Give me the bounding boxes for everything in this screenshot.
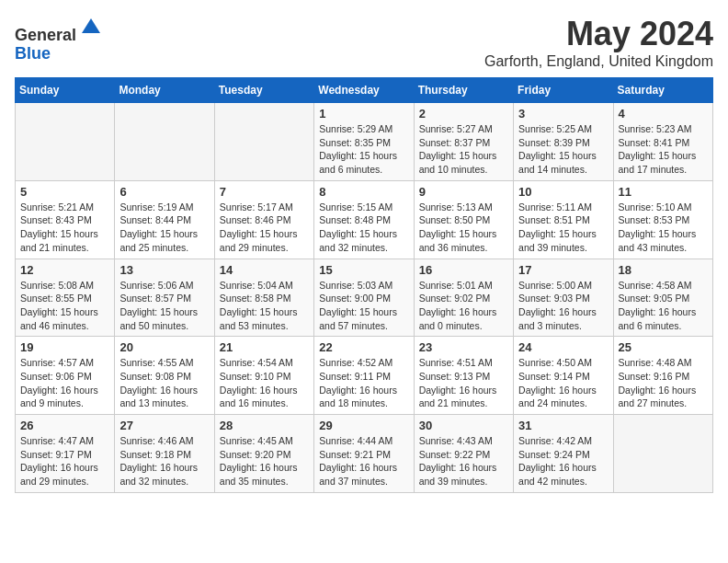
day-detail: Sunrise: 5:27 AM Sunset: 8:37 PM Dayligh… bbox=[419, 122, 508, 177]
day-number: 26 bbox=[20, 419, 109, 432]
day-number: 5 bbox=[20, 185, 109, 199]
day-number: 9 bbox=[419, 185, 508, 199]
day-detail: Sunrise: 4:42 AM Sunset: 9:24 PM Dayligh… bbox=[518, 434, 608, 488]
day-detail: Sunrise: 4:52 AM Sunset: 9:11 PM Dayligh… bbox=[319, 356, 408, 410]
day-number: 12 bbox=[20, 263, 109, 277]
calendar-cell: 5Sunrise: 5:21 AM Sunset: 8:43 PM Daylig… bbox=[16, 180, 115, 259]
title-block: May 2024 Garforth, England, United Kingd… bbox=[484, 15, 713, 70]
calendar-cell: 31Sunrise: 4:42 AM Sunset: 9:24 PM Dayli… bbox=[514, 415, 613, 493]
weekday-header: Thursday bbox=[414, 78, 513, 103]
calendar-cell: 23Sunrise: 4:51 AM Sunset: 9:13 PM Dayli… bbox=[414, 337, 513, 415]
weekday-header: Saturday bbox=[613, 78, 712, 103]
day-number: 2 bbox=[419, 107, 508, 121]
calendar-week: 12Sunrise: 5:08 AM Sunset: 8:55 PM Dayli… bbox=[16, 259, 713, 337]
day-number: 7 bbox=[220, 185, 309, 199]
page-header: General Blue May 2024 Garforth, England,… bbox=[15, 15, 713, 70]
calendar-cell: 26Sunrise: 4:47 AM Sunset: 9:17 PM Dayli… bbox=[16, 415, 115, 493]
weekday-header: Wednesday bbox=[314, 78, 414, 103]
day-number: 22 bbox=[319, 340, 408, 354]
day-detail: Sunrise: 5:21 AM Sunset: 8:43 PM Dayligh… bbox=[20, 201, 109, 255]
day-number: 28 bbox=[220, 419, 309, 432]
day-detail: Sunrise: 5:23 AM Sunset: 8:41 PM Dayligh… bbox=[619, 122, 708, 177]
logo-icon bbox=[78, 15, 104, 40]
svg-marker-0 bbox=[82, 18, 100, 33]
calendar-cell bbox=[214, 103, 313, 181]
calendar-week: 5Sunrise: 5:21 AM Sunset: 8:43 PM Daylig… bbox=[16, 180, 713, 259]
calendar-cell: 10Sunrise: 5:11 AM Sunset: 8:51 PM Dayli… bbox=[514, 180, 613, 259]
calendar-cell: 19Sunrise: 4:57 AM Sunset: 9:06 PM Dayli… bbox=[16, 337, 115, 415]
calendar-cell: 16Sunrise: 5:01 AM Sunset: 9:02 PM Dayli… bbox=[414, 259, 513, 337]
logo: General Blue bbox=[15, 15, 104, 63]
day-detail: Sunrise: 5:15 AM Sunset: 8:48 PM Dayligh… bbox=[319, 201, 408, 255]
calendar-table: SundayMondayTuesdayWednesdayThursdayFrid… bbox=[15, 77, 713, 493]
location: Garforth, England, United Kingdom bbox=[484, 53, 713, 70]
weekday-header: Monday bbox=[115, 78, 214, 103]
calendar-cell: 28Sunrise: 4:45 AM Sunset: 9:20 PM Dayli… bbox=[214, 415, 313, 493]
day-detail: Sunrise: 5:19 AM Sunset: 8:44 PM Dayligh… bbox=[119, 201, 209, 255]
calendar-week: 26Sunrise: 4:47 AM Sunset: 9:17 PM Dayli… bbox=[16, 415, 713, 493]
day-number: 4 bbox=[619, 107, 708, 121]
calendar-cell: 17Sunrise: 5:00 AM Sunset: 9:03 PM Dayli… bbox=[514, 259, 613, 337]
day-detail: Sunrise: 4:57 AM Sunset: 9:06 PM Dayligh… bbox=[20, 356, 109, 410]
day-number: 17 bbox=[518, 263, 608, 277]
calendar-cell: 30Sunrise: 4:43 AM Sunset: 9:22 PM Dayli… bbox=[414, 415, 513, 493]
weekday-header: Sunday bbox=[16, 78, 115, 103]
weekday-header: Friday bbox=[514, 78, 613, 103]
day-detail: Sunrise: 4:51 AM Sunset: 9:13 PM Dayligh… bbox=[419, 356, 508, 410]
day-detail: Sunrise: 5:04 AM Sunset: 8:58 PM Dayligh… bbox=[220, 279, 309, 333]
day-number: 1 bbox=[319, 107, 408, 121]
calendar-cell: 6Sunrise: 5:19 AM Sunset: 8:44 PM Daylig… bbox=[115, 180, 214, 259]
calendar-cell: 12Sunrise: 5:08 AM Sunset: 8:55 PM Dayli… bbox=[16, 259, 115, 337]
day-number: 19 bbox=[20, 340, 109, 354]
day-number: 25 bbox=[619, 340, 708, 354]
calendar-cell: 2Sunrise: 5:27 AM Sunset: 8:37 PM Daylig… bbox=[414, 103, 513, 181]
day-number: 11 bbox=[619, 185, 708, 199]
day-number: 30 bbox=[419, 419, 508, 432]
calendar-cell: 25Sunrise: 4:48 AM Sunset: 9:16 PM Dayli… bbox=[613, 337, 712, 415]
day-number: 13 bbox=[119, 263, 209, 277]
day-detail: Sunrise: 5:03 AM Sunset: 9:00 PM Dayligh… bbox=[319, 279, 408, 333]
day-detail: Sunrise: 4:58 AM Sunset: 9:05 PM Dayligh… bbox=[619, 279, 708, 333]
day-number: 29 bbox=[319, 419, 408, 432]
day-number: 24 bbox=[518, 340, 608, 354]
calendar-cell bbox=[613, 415, 712, 493]
day-number: 14 bbox=[220, 263, 309, 277]
calendar-cell: 29Sunrise: 4:44 AM Sunset: 9:21 PM Dayli… bbox=[314, 415, 414, 493]
calendar-cell: 13Sunrise: 5:06 AM Sunset: 8:57 PM Dayli… bbox=[115, 259, 214, 337]
day-detail: Sunrise: 4:54 AM Sunset: 9:10 PM Dayligh… bbox=[220, 356, 309, 410]
calendar-cell bbox=[115, 103, 214, 181]
day-detail: Sunrise: 4:48 AM Sunset: 9:16 PM Dayligh… bbox=[619, 356, 708, 410]
calendar-cell bbox=[16, 103, 115, 181]
weekday-header: Tuesday bbox=[214, 78, 313, 103]
calendar-cell: 18Sunrise: 4:58 AM Sunset: 9:05 PM Dayli… bbox=[613, 259, 712, 337]
calendar-cell: 22Sunrise: 4:52 AM Sunset: 9:11 PM Dayli… bbox=[314, 337, 414, 415]
day-detail: Sunrise: 5:00 AM Sunset: 9:03 PM Dayligh… bbox=[518, 279, 608, 333]
calendar-cell: 8Sunrise: 5:15 AM Sunset: 8:48 PM Daylig… bbox=[314, 180, 414, 259]
calendar-cell: 21Sunrise: 4:54 AM Sunset: 9:10 PM Dayli… bbox=[214, 337, 313, 415]
day-detail: Sunrise: 5:01 AM Sunset: 9:02 PM Dayligh… bbox=[419, 279, 508, 333]
day-detail: Sunrise: 4:43 AM Sunset: 9:22 PM Dayligh… bbox=[419, 434, 508, 488]
day-number: 6 bbox=[119, 185, 209, 199]
logo-general: General bbox=[15, 26, 76, 44]
day-number: 21 bbox=[220, 340, 309, 354]
calendar-cell: 20Sunrise: 4:55 AM Sunset: 9:08 PM Dayli… bbox=[115, 337, 214, 415]
calendar-cell: 24Sunrise: 4:50 AM Sunset: 9:14 PM Dayli… bbox=[514, 337, 613, 415]
day-detail: Sunrise: 5:06 AM Sunset: 8:57 PM Dayligh… bbox=[119, 279, 209, 333]
day-detail: Sunrise: 5:25 AM Sunset: 8:39 PM Dayligh… bbox=[518, 122, 608, 177]
day-number: 16 bbox=[419, 263, 508, 277]
day-detail: Sunrise: 5:13 AM Sunset: 8:50 PM Dayligh… bbox=[419, 201, 508, 255]
day-detail: Sunrise: 5:10 AM Sunset: 8:53 PM Dayligh… bbox=[619, 201, 708, 255]
calendar-cell: 1Sunrise: 5:29 AM Sunset: 8:35 PM Daylig… bbox=[314, 103, 414, 181]
day-detail: Sunrise: 4:44 AM Sunset: 9:21 PM Dayligh… bbox=[319, 434, 408, 488]
day-number: 20 bbox=[119, 340, 209, 354]
calendar-cell: 4Sunrise: 5:23 AM Sunset: 8:41 PM Daylig… bbox=[613, 103, 712, 181]
day-detail: Sunrise: 4:45 AM Sunset: 9:20 PM Dayligh… bbox=[220, 434, 309, 488]
logo-blue: Blue bbox=[15, 44, 51, 63]
day-number: 31 bbox=[518, 419, 608, 432]
day-detail: Sunrise: 5:08 AM Sunset: 8:55 PM Dayligh… bbox=[20, 279, 109, 333]
day-detail: Sunrise: 5:29 AM Sunset: 8:35 PM Dayligh… bbox=[319, 122, 408, 177]
calendar-cell: 14Sunrise: 5:04 AM Sunset: 8:58 PM Dayli… bbox=[214, 259, 313, 337]
day-number: 27 bbox=[119, 419, 209, 432]
day-detail: Sunrise: 4:55 AM Sunset: 9:08 PM Dayligh… bbox=[119, 356, 209, 410]
day-detail: Sunrise: 5:17 AM Sunset: 8:46 PM Dayligh… bbox=[220, 201, 309, 255]
